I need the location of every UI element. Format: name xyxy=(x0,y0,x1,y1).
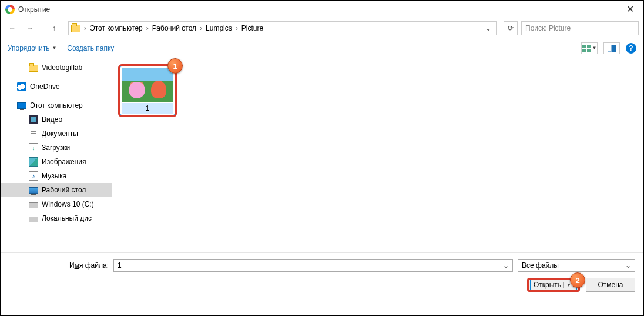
chevron-down-icon: ▼ xyxy=(52,45,56,51)
file-item[interactable]: 1 1 xyxy=(118,64,177,117)
desktop-icon xyxy=(29,187,38,194)
breadcrumb[interactable]: › Этот компьютер › Рабочий стол › Lumpic… xyxy=(68,21,497,35)
sidebar-item-pictures[interactable]: Изображения xyxy=(1,155,112,169)
drive-icon xyxy=(29,217,38,222)
chevron-down-icon: ▼ xyxy=(592,45,597,51)
open-button[interactable]: Открыть ▼ 2 xyxy=(527,278,580,292)
chevron-right-icon: › xyxy=(236,24,238,32)
file-open-dialog: Открытие ✕ ← → ↑ › Этот компьютер › Рабо… xyxy=(0,0,644,316)
search-placeholder: Поиск: Picture xyxy=(525,24,571,32)
image-icon xyxy=(29,157,38,167)
dialog-body: Videotogiflab OneDrive Этот компьютер Ви… xyxy=(1,58,643,252)
cancel-button[interactable]: Отмена xyxy=(586,278,635,292)
preview-icon xyxy=(608,45,616,52)
titlebar: Открытие ✕ xyxy=(1,1,643,18)
organize-menu[interactable]: Упорядочить ▼ xyxy=(8,44,56,52)
breadcrumb-item[interactable]: Lumpics xyxy=(203,24,234,32)
chrome-icon xyxy=(5,5,15,14)
file-thumbnail xyxy=(122,68,173,102)
chevron-right-icon: › xyxy=(146,24,149,32)
search-input[interactable]: Поиск: Picture xyxy=(521,21,639,35)
chevron-down-icon: ⌄ xyxy=(625,261,631,270)
thumbnails-icon xyxy=(582,45,591,52)
annotation-callout-1: 1 xyxy=(167,58,183,74)
breadcrumb-item[interactable]: Этот компьютер xyxy=(88,24,145,32)
sidebar-item-videotogiflab[interactable]: Videotogiflab xyxy=(1,61,112,75)
breadcrumb-item[interactable]: Рабочий стол xyxy=(150,24,199,32)
svg-rect-0 xyxy=(582,45,586,48)
filename-dropdown[interactable]: ⌄ xyxy=(503,261,509,270)
separator xyxy=(42,23,42,34)
filename-label: Имя файла: xyxy=(9,261,109,270)
sidebar-item-documents[interactable]: Документы xyxy=(1,127,112,141)
navbar: ← → ↑ › Этот компьютер › Рабочий стол › … xyxy=(1,18,643,38)
sidebar-item-local-disk[interactable]: Локальный дис xyxy=(1,211,112,225)
svg-rect-4 xyxy=(608,45,611,52)
help-button[interactable]: ? xyxy=(626,43,636,54)
file-list[interactable]: 1 1 xyxy=(112,58,643,252)
toolbar: Упорядочить ▼ Создать папку ▼ ? xyxy=(1,38,643,58)
filename-input[interactable]: 1 ⌄ xyxy=(113,259,513,272)
sidebar-item-videos[interactable]: Видео xyxy=(1,112,112,127)
preview-pane-button[interactable] xyxy=(603,42,620,54)
svg-rect-5 xyxy=(612,45,616,52)
back-button[interactable]: ← xyxy=(5,21,19,35)
breadcrumb-dropdown[interactable]: ⌄ xyxy=(483,24,494,32)
view-mode-button[interactable]: ▼ xyxy=(581,42,598,54)
forward-button[interactable]: → xyxy=(23,21,37,35)
drive-icon xyxy=(29,202,38,208)
sidebar: Videotogiflab OneDrive Этот компьютер Ви… xyxy=(1,58,112,252)
sidebar-item-this-pc[interactable]: Этот компьютер xyxy=(1,98,112,112)
download-icon: ↓ xyxy=(29,143,38,152)
chevron-right-icon: › xyxy=(200,24,202,32)
file-thumbnail-frame: 1 xyxy=(118,64,177,117)
sidebar-item-onedrive[interactable]: OneDrive xyxy=(1,79,112,94)
annotation-callout-2: 2 xyxy=(570,272,585,288)
file-type-filter[interactable]: Все файлы ⌄ xyxy=(518,259,635,272)
svg-rect-3 xyxy=(587,49,591,52)
document-icon xyxy=(29,129,38,138)
video-icon xyxy=(29,115,38,124)
sidebar-item-music[interactable]: ♪Музыка xyxy=(1,169,112,183)
close-button[interactable]: ✕ xyxy=(622,4,639,15)
svg-rect-2 xyxy=(582,49,586,52)
refresh-button[interactable]: ⟳ xyxy=(504,21,518,35)
dialog-footer: Имя файла: 1 ⌄ Все файлы ⌄ Открыть ▼ 2 О… xyxy=(1,252,643,300)
filename-value: 1 xyxy=(118,261,122,270)
chevron-right-icon: › xyxy=(84,24,86,32)
up-button[interactable]: ↑ xyxy=(47,21,61,35)
svg-rect-1 xyxy=(587,45,591,48)
onedrive-icon xyxy=(17,82,26,91)
sidebar-item-drive-c[interactable]: Windows 10 (C:) xyxy=(1,197,112,211)
music-icon: ♪ xyxy=(29,171,38,181)
dialog-title: Открытие xyxy=(18,5,50,14)
sidebar-item-downloads[interactable]: ↓Загрузки xyxy=(1,141,112,155)
folder-icon xyxy=(29,65,38,72)
new-folder-button[interactable]: Создать папку xyxy=(67,44,114,52)
folder-icon xyxy=(71,25,80,32)
pc-icon xyxy=(17,102,26,109)
breadcrumb-item[interactable]: Picture xyxy=(239,24,266,32)
sidebar-item-desktop[interactable]: Рабочий стол xyxy=(1,183,112,197)
file-name: 1 xyxy=(122,103,173,114)
